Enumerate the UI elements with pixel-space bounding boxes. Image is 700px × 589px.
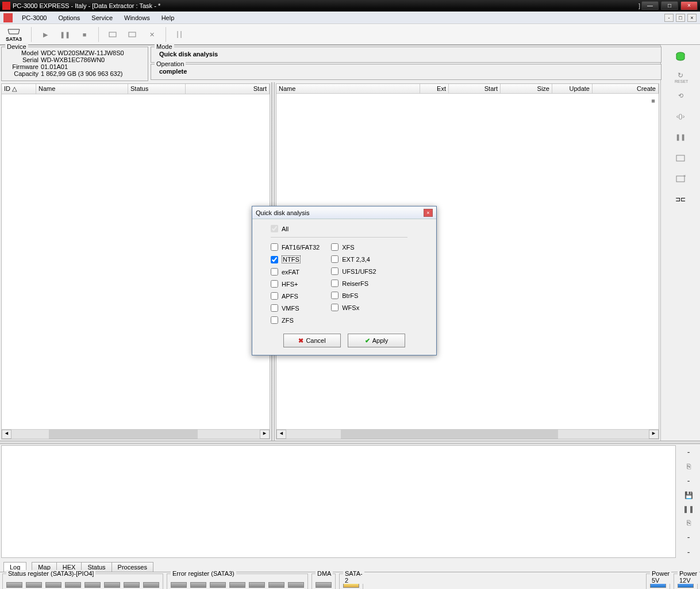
sound-icon[interactable]: ‹()› (675, 113, 686, 124)
tool-btn-4[interactable] (172, 26, 188, 43)
right-table-header: Name Ext Start Size Update Create (276, 84, 659, 94)
dialog-title: Quick disk analysis (256, 209, 310, 216)
cancel-button[interactable]: ✖ Cancel (283, 334, 341, 347)
x-icon: ✖ (298, 337, 303, 345)
mdi-restore-button[interactable]: □ (676, 14, 685, 22)
mdi-close-button[interactable]: × (687, 14, 697, 22)
connector-icon[interactable]: ⊐⊏ (675, 196, 686, 207)
log-icon-pause[interactable]: ❚❚ (683, 505, 694, 513)
legend-dma: DMA (316, 570, 333, 577)
power5v-fieldset: Power 5V 5V (646, 573, 670, 589)
apply-button[interactable]: ✔ Apply (348, 334, 405, 347)
separator (166, 27, 166, 42)
menu-service[interactable]: Service (87, 13, 117, 22)
checkbox-exfat[interactable] (271, 268, 278, 276)
col-create[interactable]: Create (593, 84, 659, 93)
label-hfs: HFS+ (282, 281, 298, 288)
scroll-right-icon[interactable]: ► (649, 430, 659, 439)
checkbox-wfsx[interactable] (331, 304, 339, 311)
label-ntfs: NTFS (282, 255, 301, 263)
scroll-right-icon[interactable]: ► (260, 430, 270, 439)
col-id[interactable]: ID △ (2, 84, 36, 94)
scroll-left-icon[interactable]: ◄ (276, 430, 286, 439)
log-dash-1: - (687, 448, 690, 457)
tab-processes[interactable]: Processes (111, 562, 153, 572)
reset-icon[interactable]: ↻RESET (675, 71, 686, 83)
col-update[interactable]: Update (552, 84, 593, 93)
label-vmfs: VMFS (282, 305, 299, 312)
checkbox-apfs[interactable] (271, 292, 278, 300)
val-capacity: 1 862,99 GB (3 906 963 632) (41, 70, 123, 77)
col-start2[interactable]: Start (449, 84, 501, 93)
svg-rect-2 (129, 32, 136, 37)
menu-pc3000[interactable]: PC-3000 (17, 13, 51, 22)
sidebar-icon-7[interactable]: × (675, 175, 686, 186)
col-name2[interactable]: Name (276, 84, 420, 93)
sidebar-icon-3[interactable]: ⟲ (675, 92, 686, 104)
checkbox-vmfs[interactable] (271, 304, 278, 312)
play-button[interactable]: ▶ (37, 26, 53, 43)
dialog-separator (271, 237, 407, 238)
mdi-minimize-button[interactable]: - (664, 14, 674, 22)
stop-button[interactable]: ■ (76, 26, 93, 43)
lbl-firmware: Firmware (5, 63, 39, 70)
tool-btn-3[interactable]: ✕ (144, 26, 160, 43)
val-operation: complete (155, 67, 657, 76)
svg-rect-4 (676, 155, 684, 161)
label-fat: FAT16/FAT32 (282, 244, 320, 251)
checkbox-xfs[interactable] (331, 243, 339, 251)
tool-btn-1[interactable] (105, 26, 121, 43)
label-ufs: UFS1/UFS2 (342, 268, 376, 275)
checkbox-btrfs[interactable] (331, 292, 339, 299)
error-register-fieldset: Error register (SATA3) BBK UNC ABR TON A… (167, 573, 308, 589)
close-button[interactable]: × (680, 1, 698, 10)
log-dash-4: - (687, 548, 690, 557)
svg-rect-1 (109, 32, 116, 37)
mode-fieldset: Mode Quick disk analysis (151, 47, 661, 63)
dialog-close-button[interactable]: × (424, 209, 433, 217)
log-dash-2: - (687, 476, 690, 485)
legend-p5: Power 5V (650, 570, 671, 584)
fs-right-column: XFS EXT 2,3,4 UFS1/UFS2 ReiserFS BtrFS W… (331, 243, 376, 324)
pause-icon[interactable]: ❚❚ (675, 133, 686, 145)
pause-button[interactable]: ❚❚ (57, 26, 73, 43)
checkbox-ext[interactable] (331, 255, 339, 263)
checkbox-ntfs[interactable] (271, 256, 278, 263)
checkbox-ufs[interactable] (331, 267, 339, 275)
menu-options[interactable]: Options (53, 13, 84, 22)
log-dash-3: - (687, 533, 690, 542)
dma-fieldset: DMA RQ (311, 573, 336, 589)
legend-device: Device (5, 43, 28, 50)
sidebar-icon-6[interactable] (675, 154, 686, 166)
log-icon-1[interactable]: ⎘ (687, 462, 691, 471)
dialog-titlebar[interactable]: Quick disk analysis × (252, 206, 436, 219)
port-indicator[interactable]: SATA3 (2, 27, 25, 42)
col-name[interactable]: Name (36, 84, 128, 94)
menu-windows[interactable]: Windows (120, 13, 155, 22)
svg-rect-0 (3, 13, 13, 22)
label-exfat: exFAT (282, 269, 299, 276)
left-scrollbar[interactable]: ◄ ► (2, 429, 270, 439)
checkbox-reiserfs[interactable] (331, 280, 339, 287)
right-scrollbar[interactable]: ◄ ► (276, 429, 659, 439)
disk-power-icon[interactable] (675, 51, 686, 62)
log-icon-2[interactable]: 💾 (684, 491, 693, 499)
col-ext[interactable]: Ext (420, 84, 449, 93)
col-start[interactable]: Start (186, 84, 270, 94)
col-size[interactable]: Size (501, 84, 552, 93)
checkbox-fat[interactable] (271, 243, 278, 251)
checkbox-hfs[interactable] (271, 280, 278, 288)
tool-btn-2[interactable] (124, 26, 140, 43)
log-icon-3[interactable]: ⎘ (687, 519, 691, 527)
col-status[interactable]: Status (128, 84, 186, 94)
maximize-button[interactable]: □ (661, 1, 678, 10)
minimize-button[interactable]: — (641, 1, 659, 10)
svg-text:×: × (683, 175, 686, 178)
port-label: SATA3 (6, 36, 22, 42)
val-firmware: 01.01A01 (41, 63, 68, 70)
lbl-model: Model (5, 49, 39, 56)
checkbox-all[interactable] (271, 225, 278, 232)
scroll-left-icon[interactable]: ◄ (2, 430, 11, 439)
menu-help[interactable]: Help (157, 13, 179, 22)
checkbox-zfs[interactable] (271, 316, 278, 324)
